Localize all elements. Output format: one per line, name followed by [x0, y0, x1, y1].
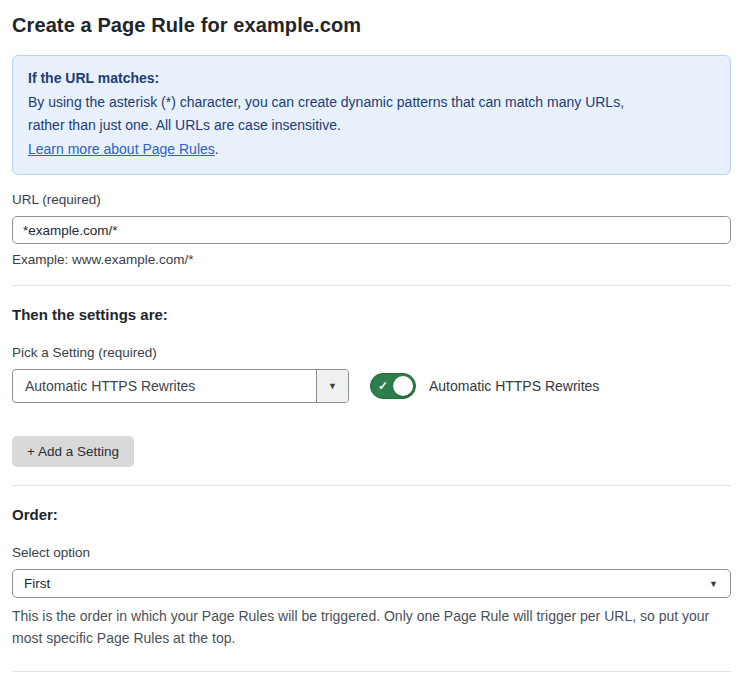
url-match-info-box: If the URL matches: By using the asteris… — [12, 55, 731, 175]
order-select-label: Select option — [12, 545, 731, 560]
info-box-body-line-1: By using the asterisk (*) character, you… — [28, 91, 715, 115]
settings-section-heading: Then the settings are: — [12, 306, 731, 323]
order-select-dropdown[interactable]: First ▼ — [12, 569, 731, 598]
add-setting-button[interactable]: + Add a Setting — [12, 436, 134, 467]
divider — [12, 485, 731, 486]
automatic-https-rewrites-toggle[interactable]: ✓ — [370, 373, 416, 399]
caret-down-icon: ▼ — [328, 382, 337, 391]
setting-picker-value: Automatic HTTPS Rewrites — [13, 370, 316, 402]
pick-setting-label: Pick a Setting (required) — [12, 345, 731, 360]
setting-row: Automatic HTTPS Rewrites ▼ ✓ Automatic H… — [12, 369, 731, 403]
toggle-knob — [393, 376, 413, 396]
caret-down-icon: ▼ — [709, 579, 718, 588]
info-box-link-row: Learn more about Page Rules. — [28, 138, 715, 162]
page-title: Create a Page Rule for example.com — [12, 14, 731, 37]
order-section-heading: Order: — [12, 506, 731, 523]
info-box-body-line-2: rather than just one. All URLs are case … — [28, 114, 715, 138]
create-page-rule-form: Create a Page Rule for example.com If th… — [0, 14, 743, 686]
url-input[interactable] — [12, 216, 731, 244]
url-example-helper: Example: www.example.com/* — [12, 252, 731, 267]
link-suffix: . — [215, 141, 219, 157]
toggle-label: Automatic HTTPS Rewrites — [429, 378, 599, 394]
setting-picker-dropdown[interactable]: Automatic HTTPS Rewrites ▼ — [12, 369, 349, 403]
check-icon: ✓ — [378, 380, 388, 392]
divider — [12, 671, 731, 672]
setting-picker-caret-button[interactable]: ▼ — [316, 370, 348, 402]
order-helper-text: This is the order in which your Page Rul… — [12, 606, 712, 649]
divider — [12, 285, 731, 286]
order-select-value: First — [13, 570, 730, 597]
info-box-heading: If the URL matches: — [28, 67, 715, 91]
url-field-label: URL (required) — [12, 192, 731, 207]
learn-more-link[interactable]: Learn more about Page Rules — [28, 141, 215, 157]
